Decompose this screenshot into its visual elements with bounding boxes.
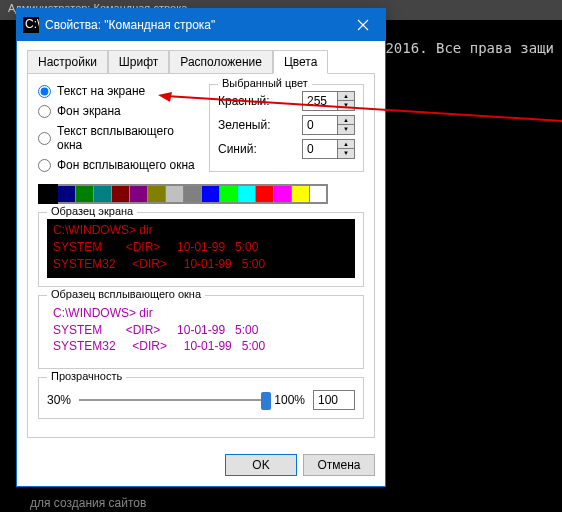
red-label: Красный: (218, 94, 270, 108)
console-text: 2016. Все права защи (385, 40, 554, 56)
cancel-button[interactable]: Отмена (303, 454, 375, 476)
swatch-0[interactable] (39, 185, 57, 203)
transparency-input[interactable] (313, 390, 355, 410)
dialog-buttons: OK Отмена (17, 448, 385, 486)
tab-font[interactable]: Шрифт (108, 50, 169, 74)
sample-screen-fieldset: Образец экрана C:\WINDOWS> dir SYSTEM <D… (38, 212, 364, 287)
radio-popup-bg-input[interactable] (38, 159, 51, 172)
sample-popup: C:\WINDOWS> dir SYSTEM <DIR> 10-01-99 5:… (47, 302, 355, 361)
radio-label: Фон экрана (57, 104, 121, 118)
swatch-6[interactable] (147, 185, 165, 203)
swatch-4[interactable] (111, 185, 129, 203)
console-bottom-text: для создания сайтов (30, 496, 146, 510)
radio-screen-text-input[interactable] (38, 85, 51, 98)
blue-input[interactable] (302, 139, 338, 159)
green-spinner[interactable]: ▲▼ (302, 115, 355, 135)
radio-label: Текст всплывающего окна (57, 124, 199, 152)
swatch-1[interactable] (57, 185, 75, 203)
swatch-12[interactable] (255, 185, 273, 203)
radio-popup-text[interactable]: Текст всплывающего окна (38, 124, 199, 152)
blue-label: Синий: (218, 142, 257, 156)
radio-screen-bg-input[interactable] (38, 105, 51, 118)
spin-up-icon[interactable]: ▲ (338, 92, 354, 101)
sample-screen-title: Образец экрана (47, 205, 137, 217)
sample-popup-title: Образец всплывающего окна (47, 288, 205, 300)
transparency-title: Прозрачность (47, 370, 126, 382)
slider-thumb[interactable] (261, 392, 271, 410)
swatch-9[interactable] (201, 185, 219, 203)
radio-popup-bg[interactable]: Фон всплывающего окна (38, 158, 199, 172)
radio-screen-bg[interactable]: Фон экрана (38, 104, 199, 118)
swatch-2[interactable] (75, 185, 93, 203)
spin-down-icon[interactable]: ▼ (338, 101, 354, 110)
red-input[interactable] (302, 91, 338, 111)
transparency-fieldset: Прозрачность 30% 100% (38, 377, 364, 419)
spin-down-icon[interactable]: ▼ (338, 149, 354, 158)
red-spinner[interactable]: ▲▼ (302, 91, 355, 111)
properties-dialog: C:\ Свойства: "Командная строка" Настрой… (16, 8, 386, 487)
swatch-15[interactable] (309, 185, 327, 203)
swatch-8[interactable] (183, 185, 201, 203)
ok-button[interactable]: OK (225, 454, 297, 476)
slider-track (79, 399, 266, 401)
tab-content: Текст на экране Фон экрана Текст всплыва… (27, 73, 375, 438)
green-input[interactable] (302, 115, 338, 135)
swatch-13[interactable] (273, 185, 291, 203)
radio-screen-text[interactable]: Текст на экране (38, 84, 199, 98)
radio-label: Фон всплывающего окна (57, 158, 195, 172)
rgb-fieldset: Выбранный цвет Красный: ▲▼ Зеленый: ▲▼ (209, 84, 364, 172)
rgb-title: Выбранный цвет (218, 77, 312, 89)
blue-spinner[interactable]: ▲▼ (302, 139, 355, 159)
dialog-title: Свойства: "Командная строка" (45, 18, 341, 32)
radio-label: Текст на экране (57, 84, 145, 98)
color-target-radios: Текст на экране Фон экрана Текст всплыва… (38, 84, 199, 180)
swatch-7[interactable] (165, 185, 183, 203)
swatch-5[interactable] (129, 185, 147, 203)
trans-min: 30% (47, 393, 71, 407)
color-palette (38, 184, 328, 204)
swatch-10[interactable] (219, 185, 237, 203)
spin-down-icon[interactable]: ▼ (338, 125, 354, 134)
spin-up-icon[interactable]: ▲ (338, 140, 354, 149)
tabs: Настройки Шрифт Расположение Цвета (17, 41, 385, 73)
titlebar[interactable]: C:\ Свойства: "Командная строка" (17, 9, 385, 41)
svg-text:C:\: C:\ (25, 17, 39, 31)
swatch-11[interactable] (237, 185, 255, 203)
trans-max: 100% (274, 393, 305, 407)
transparency-slider[interactable] (79, 390, 266, 410)
sample-screen: C:\WINDOWS> dir SYSTEM <DIR> 10-01-99 5:… (47, 219, 355, 278)
spin-up-icon[interactable]: ▲ (338, 116, 354, 125)
green-label: Зеленый: (218, 118, 271, 132)
swatch-14[interactable] (291, 185, 309, 203)
swatch-3[interactable] (93, 185, 111, 203)
tab-colors[interactable]: Цвета (273, 50, 328, 74)
tab-settings[interactable]: Настройки (27, 50, 108, 74)
radio-popup-text-input[interactable] (38, 132, 51, 145)
tab-layout[interactable]: Расположение (169, 50, 273, 74)
cmd-icon: C:\ (23, 17, 39, 33)
sample-popup-fieldset: Образец всплывающего окна C:\WINDOWS> di… (38, 295, 364, 370)
close-button[interactable] (341, 9, 385, 41)
